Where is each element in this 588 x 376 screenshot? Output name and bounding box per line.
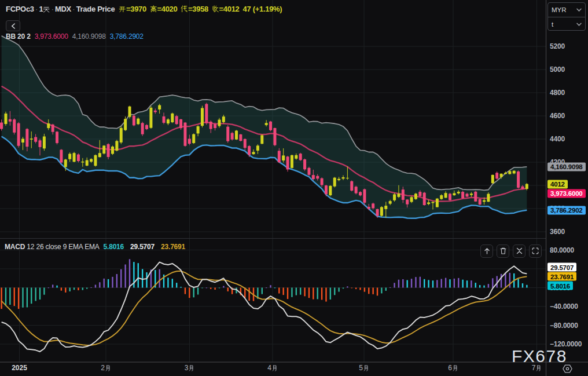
macd-bar xyxy=(517,279,519,287)
macd-bar xyxy=(407,280,408,287)
macd-bar xyxy=(223,286,224,288)
cjk-开-glyph xyxy=(119,5,126,13)
macd-bar xyxy=(424,279,425,288)
price-tick: 5000 xyxy=(550,65,565,74)
macd-bar xyxy=(428,280,429,287)
macd-bar xyxy=(483,286,484,288)
candle xyxy=(141,122,144,136)
macd-bar xyxy=(219,288,220,289)
change-value: 47 (+1.19%) xyxy=(243,5,282,13)
macd-bar xyxy=(43,288,45,295)
macd-bar xyxy=(270,285,271,287)
time-tick: 6 xyxy=(448,364,458,372)
macd-bar xyxy=(325,288,326,302)
currency-value: MYR xyxy=(552,6,576,13)
symbol-name: FCPOc3 xyxy=(6,5,34,13)
candle xyxy=(303,159,306,171)
candle xyxy=(436,198,439,207)
candle xyxy=(13,118,16,134)
macd-bar xyxy=(56,286,57,288)
watermark: FX678 xyxy=(512,346,567,366)
macd-bar xyxy=(138,263,139,287)
candle xyxy=(333,177,336,187)
bb-indicator-row[interactable]: BB 20 23,973.60004,160.90983,786.2902 xyxy=(6,32,148,41)
macd-bar xyxy=(471,280,472,287)
macd-bar xyxy=(90,287,91,288)
macd-bar xyxy=(129,259,130,287)
macd-bar xyxy=(78,288,79,291)
currency-dropdown[interactable]: MYR xyxy=(548,3,585,17)
macd-tick: 80.0000 xyxy=(550,246,574,254)
candle xyxy=(201,106,204,127)
macd-bar xyxy=(377,288,378,296)
candle xyxy=(269,121,272,132)
time-tick: 4 xyxy=(267,364,278,372)
candle xyxy=(307,167,310,176)
macd-bar xyxy=(9,288,10,305)
bb-label: BB 20 2 xyxy=(6,32,31,41)
time-tick: 5 xyxy=(359,364,369,372)
macd-bar xyxy=(308,288,310,298)
macd-bar xyxy=(330,288,331,300)
macd-bar xyxy=(522,283,523,287)
macd-tick: −80.0000 xyxy=(550,322,578,330)
main-chart-canvas[interactable] xyxy=(0,0,588,376)
macd-bar xyxy=(69,288,70,291)
candle xyxy=(474,191,477,202)
cjk-高-glyph xyxy=(150,5,157,13)
macd-bar xyxy=(206,287,207,288)
macd-bar xyxy=(355,288,357,290)
candle xyxy=(205,103,208,125)
maximize-icon xyxy=(532,246,539,257)
exchange-name: MDX xyxy=(55,5,71,13)
candle xyxy=(115,140,118,151)
macd-bar xyxy=(266,287,267,288)
cjk-月-glyph xyxy=(452,365,458,371)
time-tick: 2025 xyxy=(12,364,27,372)
macd-bar xyxy=(31,288,32,304)
macd-bar xyxy=(347,286,348,287)
candle xyxy=(329,185,332,196)
macd-bar xyxy=(509,273,510,288)
macd-bar xyxy=(415,277,416,287)
macd-bar xyxy=(475,283,476,287)
unit-dropdown[interactable]: t xyxy=(548,17,585,31)
candle xyxy=(183,122,186,147)
symbol-header[interactable]: FCPOc3 · 1 · MDX · Trade Price=3970=4020… xyxy=(6,5,282,13)
cjk-月-glyph xyxy=(105,365,111,371)
candle xyxy=(235,130,238,140)
price-label: 4012 xyxy=(547,180,568,188)
candle xyxy=(192,133,195,144)
trash-button[interactable] xyxy=(497,244,509,258)
macd-bar xyxy=(359,288,361,290)
arrow-up-button[interactable] xyxy=(480,244,493,258)
macd-pane-toolbar xyxy=(480,244,542,258)
collapse-button[interactable] xyxy=(513,244,525,258)
macd-bar xyxy=(505,273,506,287)
price-tick: 4600 xyxy=(550,112,565,120)
candle xyxy=(517,170,520,188)
price-tick: 4400 xyxy=(550,135,565,143)
macd-bar xyxy=(104,279,105,288)
macd-bar xyxy=(172,279,173,287)
candle xyxy=(120,126,123,144)
macd-value: 5.8016 xyxy=(104,243,124,251)
macd-bar xyxy=(65,288,66,293)
macd-bar xyxy=(22,288,23,308)
macd-label: 23.7691 xyxy=(547,272,576,281)
maximize-button[interactable] xyxy=(529,244,542,258)
price-tick: 5200 xyxy=(550,42,565,50)
candle xyxy=(350,180,353,191)
macd-bar xyxy=(27,288,28,308)
back-button[interactable] xyxy=(6,20,20,31)
candle xyxy=(291,155,293,169)
candle xyxy=(102,145,105,155)
ohlc-item: =4012 xyxy=(212,5,240,13)
macd-indicator-row[interactable]: MACD 12 26 close 9 EMA EMA5.801629.57072… xyxy=(5,243,192,251)
macd-bar xyxy=(462,280,463,288)
macd-bar xyxy=(112,277,113,288)
macd-bar xyxy=(501,274,502,288)
macd-params: 12 26 close 9 EMA EMA xyxy=(27,243,99,251)
candle xyxy=(171,112,174,123)
macd-bar xyxy=(86,288,87,289)
